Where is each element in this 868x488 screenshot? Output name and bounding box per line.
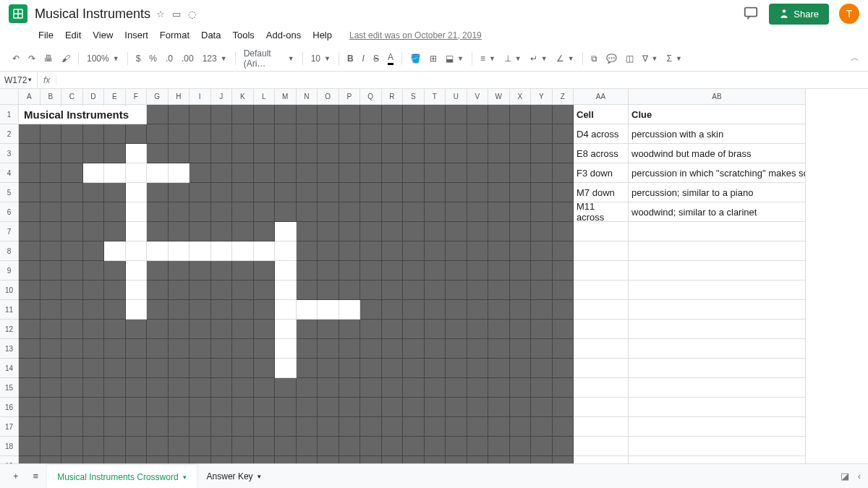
grid-cell[interactable] [147, 398, 169, 417]
grid-cell[interactable] [41, 320, 62, 339]
col-header[interactable]: AA [574, 89, 629, 105]
grid-cell[interactable] [488, 281, 510, 300]
grid-cell[interactable] [169, 183, 190, 202]
grid-cell[interactable] [275, 105, 297, 124]
grid-cell[interactable] [297, 202, 318, 222]
menu-insert[interactable]: Insert [119, 27, 153, 43]
grid-cell[interactable] [382, 378, 404, 398]
grid-cell[interactable] [19, 417, 41, 437]
row-header[interactable]: 11 [0, 300, 19, 320]
row-header[interactable]: 4 [0, 163, 19, 183]
grid-cell[interactable] [425, 222, 446, 241]
col-header[interactable]: S [403, 89, 425, 105]
col-header[interactable]: Q [360, 89, 382, 105]
grid-cell[interactable] [488, 222, 510, 241]
add-sheet-button[interactable]: + [7, 466, 25, 486]
grid-cell[interactable] [446, 105, 467, 124]
grid-cell[interactable] [382, 144, 404, 163]
grid-cell[interactable] [83, 124, 105, 144]
grid-cell[interactable] [61, 398, 83, 417]
grid-cell[interactable] [41, 183, 62, 202]
grid-cell[interactable] [169, 281, 190, 300]
grid-cell[interactable] [446, 359, 467, 378]
grid-cell[interactable] [360, 359, 382, 378]
text-color-button[interactable]: A [384, 49, 397, 68]
grid-cell[interactable] [275, 222, 297, 241]
grid-cell[interactable] [83, 417, 105, 437]
grid-cell[interactable] [126, 437, 148, 456]
grid-cell[interactable] [531, 222, 553, 241]
grid-cell[interactable] [382, 124, 404, 144]
grid-cell[interactable] [339, 144, 361, 163]
grid-cell[interactable] [488, 202, 510, 222]
col-header[interactable]: V [467, 89, 489, 105]
grid-cell[interactable] [61, 261, 83, 281]
grid-cell[interactable] [169, 144, 190, 163]
grid-cell[interactable] [531, 320, 553, 339]
grid-cell[interactable] [19, 437, 41, 456]
valign-button[interactable]: ⊥▼ [501, 51, 525, 67]
grid-cell[interactable] [629, 222, 806, 241]
grid-cell[interactable] [169, 202, 190, 222]
grid-cell[interactable] [467, 202, 489, 222]
grid-cell[interactable] [531, 105, 553, 124]
grid-cell[interactable] [275, 339, 297, 359]
grid-cell[interactable] [467, 320, 489, 339]
grid-cell[interactable] [425, 281, 446, 300]
grid-cell[interactable] [254, 378, 276, 398]
grid-cell[interactable] [403, 261, 425, 281]
grid-cell[interactable] [510, 339, 532, 359]
grid-cell[interactable] [382, 320, 404, 339]
wrap-button[interactable]: ↵▼ [527, 51, 551, 67]
col-header[interactable]: L [254, 89, 276, 105]
grid-cell[interactable]: woodwind but made of brass [629, 144, 806, 163]
grid-cell[interactable] [104, 222, 126, 241]
grid-cell[interactable] [147, 417, 169, 437]
grid-cell[interactable] [553, 437, 574, 456]
grid-cell[interactable] [531, 124, 553, 144]
grid-cell[interactable] [147, 359, 169, 378]
grid-cell[interactable] [403, 320, 425, 339]
grid-cell[interactable] [629, 359, 806, 378]
grid-cell[interactable] [531, 417, 553, 437]
grid-cell[interactable] [382, 359, 404, 378]
grid-cell[interactable]: F3 down [574, 163, 629, 183]
col-header[interactable]: H [169, 89, 190, 105]
grid-cell[interactable] [382, 281, 404, 300]
last-edit-link[interactable]: Last edit was on October 21, 2019 [344, 28, 487, 43]
grid-cell[interactable] [318, 144, 339, 163]
col-header[interactable]: Z [553, 89, 574, 105]
grid-cell[interactable] [297, 339, 318, 359]
menu-view[interactable]: View [88, 27, 118, 43]
grid-cell[interactable] [467, 105, 489, 124]
grid-cell[interactable] [574, 398, 629, 417]
grid-cell[interactable] [254, 339, 276, 359]
undo-button[interactable]: ↶ [9, 51, 23, 67]
grid-cell[interactable] [425, 183, 446, 202]
grid-cell[interactable] [19, 359, 41, 378]
grid-cell[interactable] [232, 144, 254, 163]
grid-cell[interactable] [510, 300, 532, 320]
grid-cell[interactable] [403, 222, 425, 241]
grid-cell[interactable] [339, 241, 361, 261]
grid-cell[interactable] [553, 281, 574, 300]
fontsize-dropdown[interactable]: 10▼ [307, 51, 334, 67]
grid-cell[interactable] [211, 300, 233, 320]
grid-cell[interactable] [425, 124, 446, 144]
grid-cell[interactable] [574, 359, 629, 378]
grid-cell[interactable] [467, 124, 489, 144]
sheet-title-cell[interactable]: Musical Instruments [20, 106, 132, 123]
grid-cell[interactable] [19, 202, 41, 222]
grid-cell[interactable] [61, 144, 83, 163]
col-header[interactable]: O [318, 89, 339, 105]
grid-cell[interactable] [467, 359, 489, 378]
grid-cell[interactable] [297, 378, 318, 398]
grid-cell[interactable] [446, 183, 467, 202]
grid-cell[interactable] [297, 281, 318, 300]
col-header[interactable]: M [275, 89, 297, 105]
grid-cell[interactable] [169, 398, 190, 417]
grid-cell[interactable] [232, 281, 254, 300]
grid-cell[interactable] [147, 144, 169, 163]
grid-cell[interactable] [275, 378, 297, 398]
grid-cell[interactable] [232, 105, 254, 124]
